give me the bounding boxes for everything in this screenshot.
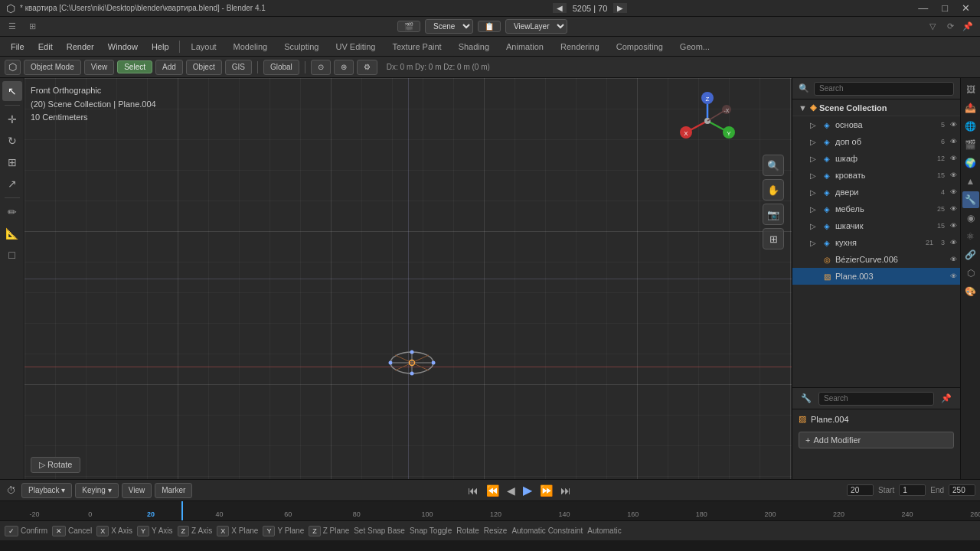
outliner-item-1[interactable]: ▷ ◈ доп об 6 👁: [792, 133, 960, 150]
prop-tab-data[interactable]: ⬡: [962, 265, 979, 282]
props-search-input[interactable]: [818, 392, 934, 406]
menu-render[interactable]: Render: [60, 41, 100, 53]
frame-fwd-btn[interactable]: ▶: [613, 3, 627, 13]
item-vis-4[interactable]: 👁: [950, 188, 957, 196]
item-vis-6[interactable]: 👁: [950, 222, 957, 230]
tool-scale[interactable]: ⊞: [2, 152, 22, 172]
viewport[interactable]: Front Orthographic (20) Scene Collection…: [24, 78, 792, 479]
playback-btn[interactable]: Playback ▾: [21, 483, 72, 498]
mode-icon-btn[interactable]: ⬡: [5, 60, 21, 75]
tool-rotate[interactable]: ↻: [2, 131, 22, 151]
outliner-item-4[interactable]: ▷ ◈ двери 4 👁: [792, 184, 960, 201]
marker-btn[interactable]: Marker: [155, 483, 192, 498]
workspace-layout[interactable]: Layout: [184, 40, 224, 54]
tool-select-box[interactable]: ↖: [2, 81, 22, 101]
view-layer-selector[interactable]: ViewLayer: [505, 19, 567, 34]
tool-add[interactable]: □: [2, 245, 22, 265]
prop-tab-physics[interactable]: ⚛: [962, 228, 979, 245]
transform-btn[interactable]: Global: [263, 60, 299, 75]
camera-btn[interactable]: 📷: [763, 204, 784, 225]
item-vis-2[interactable]: 👁: [950, 155, 957, 162]
navigation-gizmo[interactable]: Z X Y -X: [677, 90, 738, 152]
item-vis-1[interactable]: 👁: [950, 138, 957, 145]
play-fwd-btn[interactable]: ⏩: [537, 484, 555, 497]
menu-help[interactable]: Help: [145, 41, 175, 53]
props-pin-btn[interactable]: 📌: [939, 391, 954, 406]
prop-tab-render[interactable]: 🖼: [962, 81, 979, 98]
tool-annotate[interactable]: ✏: [2, 202, 22, 222]
proportional-btn[interactable]: ⊛: [334, 60, 354, 75]
workspace-geom[interactable]: Geom...: [672, 40, 717, 54]
item-vis-3[interactable]: 👁: [950, 171, 957, 179]
prop-tab-world[interactable]: 🌍: [962, 155, 979, 171]
prop-icon-btn[interactable]: 🔧: [799, 391, 814, 406]
prop-tab-scene[interactable]: 🎬: [962, 136, 979, 153]
add-btn[interactable]: Add: [155, 60, 183, 75]
zoom-in-btn[interactable]: 🔍: [763, 155, 784, 176]
object-btn[interactable]: Object: [186, 60, 222, 75]
maximize-btn[interactable]: □: [938, 2, 952, 14]
playback-icon-btn[interactable]: ⏱: [5, 485, 18, 496]
outliner-item-0[interactable]: ▷ ◈ основа 5 👁: [792, 116, 960, 133]
snap-btn[interactable]: ⊙: [311, 60, 331, 75]
prop-tab-particles[interactable]: ◉: [962, 210, 979, 227]
outliner-item-3[interactable]: ▷ ◈ кровать 15 👁: [792, 167, 960, 184]
scene-selector[interactable]: Scene: [425, 19, 473, 34]
outliner-item-5[interactable]: ▷ ◈ мебель 25 👁: [792, 201, 960, 217]
menu-edit[interactable]: Edit: [32, 41, 59, 53]
start-frame-input[interactable]: [899, 484, 926, 496]
object-mode-btn[interactable]: Object Mode: [24, 60, 81, 75]
end-frame-input[interactable]: [949, 484, 975, 496]
workspace-uv[interactable]: UV Editing: [328, 40, 383, 54]
current-frame-input[interactable]: [847, 484, 874, 496]
outliner-item-7[interactable]: ▷ ◈ кухня 21 3 👁: [792, 234, 960, 251]
prop-tab-modifier[interactable]: 🔧: [962, 191, 979, 208]
tool-measure[interactable]: 📐: [2, 223, 22, 243]
item-vis-8[interactable]: 👁: [950, 256, 957, 263]
workspace-sculpting[interactable]: Sculpting: [276, 40, 326, 54]
tool-transform[interactable]: ↗: [2, 174, 22, 194]
menu-file[interactable]: File: [5, 41, 31, 53]
options-btn[interactable]: ⚙: [357, 60, 377, 75]
outliner-item-2[interactable]: ▷ ◈ шкаф 12 👁: [792, 150, 960, 167]
tool-move[interactable]: ✛: [2, 109, 22, 129]
item-vis-7[interactable]: 👁: [950, 239, 957, 246]
play-back-btn[interactable]: ⏪: [484, 484, 501, 497]
pin-icon-btn[interactable]: 📌: [960, 19, 975, 34]
view-btn-tl[interactable]: View: [122, 483, 152, 498]
item-vis-0[interactable]: 👁: [950, 121, 957, 129]
view-layer-icon-btn[interactable]: 📋: [478, 21, 501, 32]
gis-btn[interactable]: GIS: [225, 60, 252, 75]
workspace-compositing[interactable]: Compositing: [609, 40, 671, 54]
outliner-item-9[interactable]: ▨ Plane.003 👁: [792, 268, 960, 285]
close-btn[interactable]: ✕: [958, 2, 974, 14]
prop-tab-object[interactable]: ▲: [962, 173, 979, 190]
outliner-item-8[interactable]: ◎ BézierCurve.006 👁: [792, 251, 960, 268]
prop-tab-view[interactable]: 🌐: [962, 118, 979, 135]
outliner-toggle-btn[interactable]: ☰: [5, 19, 20, 34]
sync-icon-btn[interactable]: ⟳: [942, 19, 958, 34]
outliner-search-input[interactable]: [814, 82, 954, 96]
frame-back-btn[interactable]: ◀: [553, 3, 567, 13]
prop-tab-output[interactable]: 📤: [962, 99, 979, 116]
select-btn[interactable]: Select: [117, 60, 152, 73]
menu-window[interactable]: Window: [102, 41, 144, 53]
item-vis-5[interactable]: 👁: [950, 205, 957, 213]
outliner-filter-btn[interactable]: ⊞: [24, 19, 40, 34]
play-btn[interactable]: ▶: [521, 483, 534, 497]
minimize-btn[interactable]: —: [914, 2, 932, 14]
prop-tab-material[interactable]: 🎨: [962, 283, 979, 300]
workspace-texture-paint[interactable]: Texture Paint: [384, 40, 449, 54]
play-start-btn[interactable]: ⏮: [466, 484, 481, 497]
keying-btn[interactable]: Keying ▾: [75, 483, 118, 498]
add-modifier-btn[interactable]: + Add Modifier: [799, 432, 954, 448]
workspace-rendering[interactable]: Rendering: [553, 40, 607, 54]
prop-tab-constraints[interactable]: 🔗: [962, 246, 979, 263]
filter-icon-btn[interactable]: ▽: [925, 19, 940, 34]
workspace-modeling[interactable]: Modeling: [226, 40, 276, 54]
play-end-btn[interactable]: ⏭: [558, 484, 573, 497]
workspace-animation[interactable]: Animation: [498, 40, 551, 54]
grid-toggle-btn[interactable]: ⊞: [763, 228, 784, 249]
scene-icon-btn[interactable]: 🎬: [397, 21, 420, 32]
item-vis-9[interactable]: 👁: [950, 272, 957, 280]
